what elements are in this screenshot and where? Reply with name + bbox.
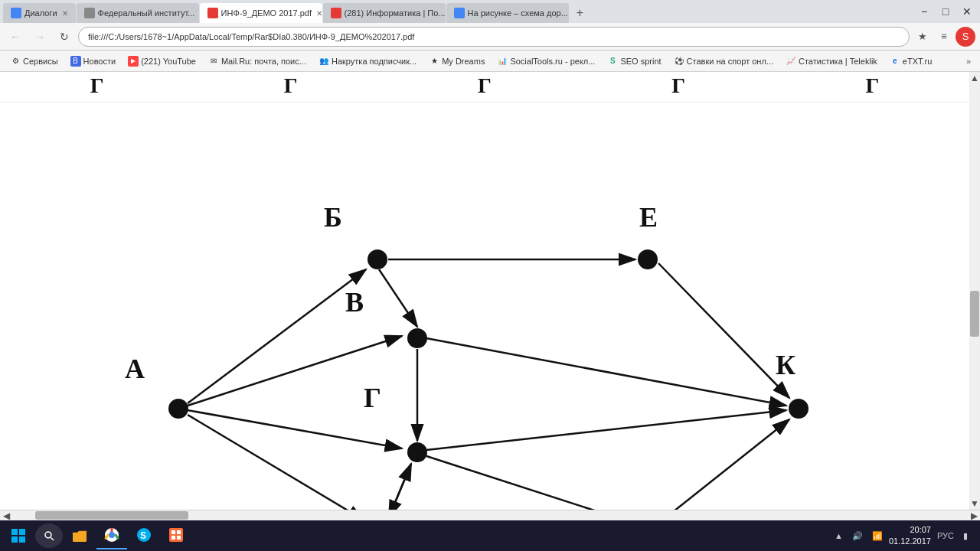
tray-network[interactable]: 📶	[869, 530, 886, 543]
svg-rect-15	[177, 530, 181, 534]
bookmark-etxt[interactable]: e eTXT.ru	[884, 54, 938, 68]
bookmark-nakrutka[interactable]: 👥 Накрутка подписчик...	[313, 54, 422, 68]
bookmark-servisy[interactable]: ⚙ Сервисы	[5, 54, 64, 68]
top-label-2: Г	[284, 73, 298, 98]
window-controls: − □ ✕	[914, 3, 977, 20]
top-label-3: Г	[478, 73, 492, 98]
tray-lang[interactable]: РУС	[934, 530, 957, 542]
bookmarks-bar: ⚙ Сервисы В Новости ▶ (221) YouTube ✉ Ma…	[0, 51, 980, 72]
tab-icon-road	[454, 8, 465, 18]
scrollbar-horizontal[interactable]: ◀ ▶	[0, 510, 980, 520]
bookmark-label-servisy: Сервисы	[23, 57, 58, 66]
tab-label-federal: Федеральный институт...	[98, 8, 195, 18]
scroll-up-btn[interactable]: ▲	[970, 72, 979, 84]
title-bar: Диалоги ✕ Федеральный институт... ✕ ИНФ-…	[0, 0, 980, 23]
tab-label-yt: (281) Информатика | По...	[345, 8, 446, 18]
scroll-left-btn[interactable]: ◀	[0, 510, 12, 520]
settings-button[interactable]: ≡	[934, 27, 954, 47]
show-desktop-btn[interactable]: ▮	[960, 530, 971, 543]
maximize-button[interactable]: □	[936, 3, 956, 20]
start-button[interactable]	[6, 523, 31, 548]
tab-yt[interactable]: (281) Информатика | По... ✕	[323, 3, 446, 23]
taskbar-chrome[interactable]	[96, 522, 127, 549]
scrollbar-v-thumb[interactable]	[970, 291, 979, 337]
bookmark-youtube[interactable]: ▶ (221) YouTube	[122, 54, 201, 68]
svg-rect-16	[172, 536, 175, 540]
taskbar-tray: ▲ 🔊 📶 20:07 01.12.2017 РУС ▮	[831, 524, 977, 548]
refresh-button[interactable]: ↻	[54, 26, 75, 47]
bookmark-label-seo: SEO sprint	[620, 57, 661, 66]
tab-bar: Диалоги ✕ Федеральный институт... ✕ ИНФ-…	[3, 0, 911, 23]
taskbar-skype[interactable]: S	[129, 522, 159, 549]
back-button[interactable]: ←	[5, 26, 26, 47]
new-tab-button[interactable]: +	[570, 3, 591, 23]
label-V: В	[345, 287, 364, 318]
scroll-down-btn[interactable]: ▼	[970, 497, 979, 510]
bookmark-dreams[interactable]: ★ My Dreams	[423, 54, 490, 68]
scrollbar-h-thumb[interactable]	[35, 511, 188, 520]
search-button[interactable]	[35, 523, 63, 548]
tab-label-road: На рисунке – схема дор...	[468, 8, 568, 18]
tab-icon-dialogi	[11, 8, 21, 18]
bookmark-novosti[interactable]: В Новости	[65, 54, 122, 68]
bookmarks-star-button[interactable]: ★	[913, 27, 933, 47]
tray-volume[interactable]: 🔊	[849, 530, 866, 543]
windows-logo-icon	[11, 528, 26, 543]
bookmark-icon-novosti: В	[70, 56, 81, 67]
minimize-button[interactable]: −	[914, 3, 934, 20]
tray-clock[interactable]: 20:07 01.12.2017	[889, 524, 931, 548]
node-A	[168, 399, 188, 419]
bookmark-label-youtube: (221) YouTube	[141, 57, 196, 66]
edge-Zh-K	[658, 419, 789, 510]
edge-B-V	[379, 269, 417, 327]
node-V	[407, 328, 427, 348]
tab-road[interactable]: На рисунке – схема дор... ✕	[446, 3, 569, 23]
address-bar[interactable]: file:///C:/Users/1678~1/AppData/Local/Te…	[78, 27, 910, 47]
bookmark-icon-servisy: ⚙	[10, 56, 21, 67]
edge-E-K	[658, 263, 789, 398]
bookmark-icon-etxt: e	[890, 56, 900, 67]
bookmark-social[interactable]: 📊 SocialTools.ru - рекл...	[492, 54, 600, 68]
nav-icons: ★ ≡ S	[913, 27, 975, 47]
edge-A-D	[188, 415, 364, 510]
tray-up-arrow[interactable]: ▲	[831, 530, 846, 542]
tab-dialogi[interactable]: Диалоги ✕	[3, 3, 76, 23]
scrollbar-h-track[interactable]	[12, 510, 968, 520]
edge-A-B	[188, 269, 366, 403]
address-text: file:///C:/Users/1678~1/AppData/Local/Te…	[88, 32, 900, 41]
close-button[interactable]: ✕	[957, 3, 977, 20]
tab-inf9[interactable]: ИНФ-9_ДЕМО 2017.pdf ✕	[200, 3, 322, 23]
tray-date: 01.12.2017	[889, 536, 931, 547]
extension-button[interactable]: S	[956, 27, 975, 47]
top-partial: Г Г Г Г Г	[0, 72, 969, 103]
tab-close-dialogi[interactable]: ✕	[62, 9, 68, 18]
browser-window: Диалоги ✕ Федеральный институт... ✕ ИНФ-…	[0, 0, 980, 551]
label-B: Б	[324, 202, 342, 233]
bookmark-icon-seo: S	[607, 56, 618, 67]
bookmark-label-mail: Mail.Ru: почта, поис...	[221, 57, 306, 66]
svg-point-5	[45, 532, 51, 538]
tab-close-inf9[interactable]: ✕	[316, 9, 322, 18]
bookmark-label-dreams: My Dreams	[442, 57, 485, 66]
top-label-5: Г	[865, 73, 879, 98]
forward-button[interactable]: →	[29, 26, 51, 47]
bookmark-label-etxt: eTXT.ru	[903, 57, 933, 66]
bookmark-seo[interactable]: S SEO sprint	[602, 54, 666, 68]
bookmark-stat[interactable]: 📈 Статистика | Teleklik	[780, 54, 883, 68]
scroll-right-btn[interactable]: ▶	[968, 510, 980, 520]
tab-federal[interactable]: Федеральный институт... ✕	[77, 3, 199, 23]
task-apps: S	[64, 522, 191, 549]
svg-rect-4	[19, 536, 25, 543]
scrollbar-v-track[interactable]	[969, 84, 980, 497]
svg-rect-13	[169, 528, 183, 542]
bookmarks-more[interactable]: »	[962, 55, 975, 67]
scrollbar-vertical[interactable]: ▲ ▼	[969, 72, 980, 510]
taskbar-file-explorer[interactable]	[64, 522, 95, 549]
bookmark-stavki[interactable]: ⚽ Ставки на спорт онл...	[668, 54, 779, 68]
taskbar-start	[3, 522, 34, 549]
taskbar-app4[interactable]	[161, 522, 191, 549]
tab-icon-inf9	[207, 8, 218, 18]
tab-icon-yt	[331, 8, 341, 18]
edge-G-K	[426, 410, 786, 450]
bookmark-mail[interactable]: ✉ Mail.Ru: почта, поис...	[203, 54, 312, 68]
